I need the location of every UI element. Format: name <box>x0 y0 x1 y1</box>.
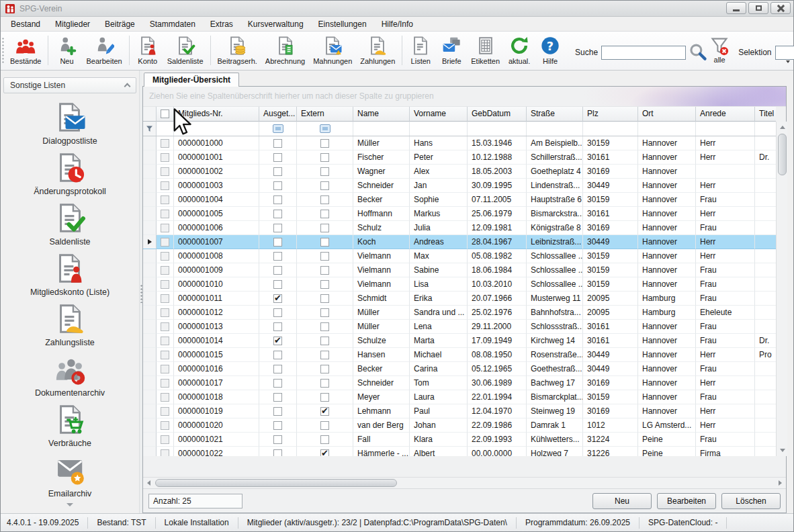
column-header-plz[interactable]: Plz <box>583 107 638 122</box>
table-row[interactable]: 0000001012MüllerSandra und ...25.02.1976… <box>143 306 776 320</box>
search-input[interactable] <box>601 46 686 60</box>
ausget-checkbox[interactable] <box>273 435 282 444</box>
table-row[interactable]: 0000001011SchmidtErika20.07.1966Musterwe… <box>143 292 776 306</box>
table-row[interactable]: 0000001015HansenMichael08.08.1950Rosenst… <box>143 348 776 362</box>
row-select-checkbox[interactable] <box>161 181 169 190</box>
ausget-checkbox[interactable] <box>273 139 282 148</box>
table-row[interactable]: 0000001009VielmannSabine18.06.1984Schlos… <box>143 263 776 277</box>
toolbar-button-aktual[interactable]: aktual. <box>504 34 535 66</box>
row-select-checkbox[interactable] <box>161 421 169 430</box>
table-row[interactable]: 0000001014SchulzeMarta17.09.1949Kirchweg… <box>143 334 776 348</box>
sidebar-item-änderungsprotokoll[interactable]: Änderungsprotokoll <box>34 152 106 196</box>
horizontal-scroll-thumb[interactable] <box>155 479 397 487</box>
table-row[interactable]: 0000001001FischerPeter10.12.1988Schiller… <box>143 150 776 165</box>
filter-cell-mitglieds-nr[interactable] <box>174 122 259 136</box>
extern-checkbox[interactable] <box>320 407 329 416</box>
row-select-checkbox[interactable] <box>161 449 169 457</box>
toolbar-button-saldenliste[interactable]: Saldenliste <box>163 34 208 66</box>
select-all-checkbox[interactable] <box>161 109 169 118</box>
horizontal-scrollbar[interactable] <box>143 477 786 488</box>
column-header-ort[interactable]: Ort <box>638 107 696 122</box>
row-select-checkbox[interactable] <box>161 167 169 176</box>
table-row[interactable]: 0000001008VielmannMax05.08.1982Schlossal… <box>143 249 776 263</box>
extern-checkbox[interactable] <box>320 210 329 218</box>
toolbar-button-mahnungen[interactable]: Mahnungen <box>309 34 356 66</box>
extern-checkbox[interactable] <box>320 167 329 176</box>
filter-cell-gebdatum[interactable] <box>468 122 527 136</box>
sidebar-item-saldenliste[interactable]: Saldenliste <box>49 202 90 247</box>
sidebar-item-verbräuche[interactable]: Verbräuche <box>48 404 91 448</box>
toolbar-overflow-button[interactable] <box>784 56 792 67</box>
extern-checkbox[interactable] <box>320 337 329 345</box>
extern-checkbox[interactable] <box>320 280 329 289</box>
toolbar-button-konto[interactable]: Konto <box>132 34 163 66</box>
extern-checkbox[interactable] <box>320 393 329 402</box>
toolbar-button-neu[interactable]: Neu <box>51 34 82 66</box>
menu-item-beiträge[interactable]: Beiträge <box>97 17 142 31</box>
ausget-checkbox[interactable] <box>273 195 282 204</box>
filter-cell[interactable] <box>157 122 174 136</box>
table-row[interactable]: 0000001010VielmannLisa10.03.2010Schlossa… <box>143 277 776 292</box>
search-filter-clear-button[interactable]: alle <box>710 37 729 64</box>
scroll-up-button[interactable] <box>777 122 788 133</box>
menu-item-einstellungen[interactable]: Einstellungen <box>311 17 374 31</box>
extern-checkbox[interactable] <box>320 365 329 373</box>
toolbar-button-listen[interactable]: Listen <box>405 34 436 66</box>
table-row[interactable]: 0000001016BeckerCarina05.12.1965Goethest… <box>143 362 776 376</box>
row-select-checkbox[interactable] <box>161 322 169 331</box>
extern-checkbox[interactable] <box>320 435 329 444</box>
row-select-checkbox[interactable] <box>161 210 169 218</box>
ausget-checkbox[interactable] <box>273 153 282 162</box>
table-row[interactable]: 0000001020van der BergJohan22.09.1986Dam… <box>143 418 776 433</box>
extern-checkbox[interactable] <box>320 252 329 261</box>
ausget-checkbox[interactable] <box>273 252 282 261</box>
ausget-checkbox[interactable] <box>273 294 282 303</box>
vertical-scroll-thumb[interactable] <box>778 134 787 175</box>
ausget-checkbox[interactable] <box>273 266 282 275</box>
table-row[interactable]: 0000001005HoffmannMarkus25.06.1979Bismar… <box>143 207 776 221</box>
extern-checkbox[interactable] <box>320 224 329 232</box>
extern-checkbox[interactable] <box>320 238 329 247</box>
toolbar-button-hilfe[interactable]: Hilfe <box>535 34 566 66</box>
ausget-checkbox[interactable] <box>273 224 282 232</box>
vertical-scrollbar[interactable] <box>776 122 787 456</box>
extern-checkbox[interactable] <box>320 139 329 148</box>
toolbar-button-etiketten[interactable]: Etiketten <box>467 34 504 66</box>
column-header-anrede[interactable]: Anrede <box>696 107 755 122</box>
ausget-checkbox[interactable] <box>273 322 282 331</box>
row-select-checkbox[interactable] <box>161 280 169 289</box>
ausget-checkbox[interactable] <box>273 421 282 430</box>
ausget-checkbox[interactable] <box>273 379 282 388</box>
ausget-checkbox[interactable] <box>273 393 282 402</box>
bearbeiten-button[interactable]: Bearbeiten <box>657 493 716 509</box>
row-select-checkbox[interactable] <box>161 435 169 444</box>
menu-item-stammdaten[interactable]: Stammdaten <box>142 17 203 31</box>
row-select-checkbox[interactable] <box>161 153 169 162</box>
toolbar-button-beitragserh[interactable]: Beitragserh. <box>214 34 261 66</box>
extern-checkbox[interactable] <box>320 266 329 275</box>
menu-item-kursverwaltung[interactable]: Kursverwaltung <box>240 17 311 31</box>
toolbar-button-bearbeiten[interactable]: Bearbeiten <box>82 34 126 66</box>
tab-mitglieder-uebersicht[interactable]: Mitglieder-Übersicht <box>144 73 239 87</box>
filter-cell-anrede[interactable] <box>696 122 755 136</box>
column-header-gebdatum[interactable]: GebDatum <box>468 107 527 122</box>
group-by-bar[interactable]: Ziehen Sie eine Spaltenüberschrift hierh… <box>143 87 786 107</box>
row-select-checkbox[interactable] <box>161 393 169 402</box>
row-select-checkbox[interactable] <box>161 238 169 247</box>
extern-checkbox[interactable] <box>320 322 329 331</box>
row-select-checkbox[interactable] <box>161 407 169 416</box>
row-select-checkbox[interactable] <box>161 351 169 359</box>
row-select-checkbox[interactable] <box>161 294 169 303</box>
menu-item-hilfe-info[interactable]: Hilfe/Info <box>374 17 421 31</box>
ausget-checkbox[interactable] <box>273 167 282 176</box>
extern-checkbox[interactable] <box>320 379 329 388</box>
sidebar-item-dialogpostliste[interactable]: Dialogpostliste <box>42 101 97 146</box>
extern-checkbox[interactable] <box>320 181 329 190</box>
sidebar-scroll-down[interactable] <box>1 503 139 506</box>
filter-cell-extern[interactable] <box>297 122 353 136</box>
extern-checkbox[interactable] <box>320 294 329 303</box>
table-row[interactable]: 0000001000MüllerHans15.03.1946Am Beispie… <box>143 136 776 150</box>
filter-cell-vorname[interactable] <box>410 122 468 136</box>
sidebar-item-emailarchiv[interactable]: Emailarchiv <box>48 454 92 498</box>
row-select-checkbox[interactable] <box>161 379 169 388</box>
